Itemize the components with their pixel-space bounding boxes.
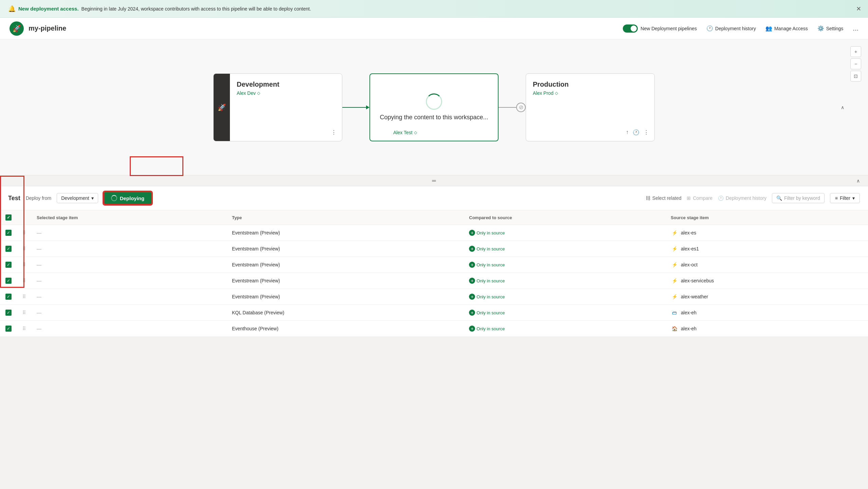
row-drag-handle[interactable]: ⠿ xyxy=(17,257,31,273)
row-source-item: ⚡alex-es xyxy=(665,225,868,241)
source-item-name: alex-es1 xyxy=(681,246,699,251)
development-stage-workspace: Alex Dev ◇ xyxy=(237,90,335,96)
row-checkbox-cell[interactable]: ✓ xyxy=(0,257,17,273)
keyword-filter-input[interactable]: 🔍 Filter by keyword xyxy=(772,193,825,203)
zoom-in-button[interactable]: + xyxy=(850,46,861,57)
row-drag-handle[interactable]: ⠿ xyxy=(17,241,31,257)
row-checkbox[interactable]: ✓ xyxy=(5,326,12,332)
source-type-icon: 🗃 xyxy=(671,309,678,316)
th-source-stage-item: Source stage item xyxy=(665,210,868,225)
only-in-source-badge: +Only in source xyxy=(469,326,505,332)
th-drag xyxy=(17,210,31,225)
row-stage-item: — xyxy=(31,241,227,257)
deployment-history-link[interactable]: 🕐 Deployment history xyxy=(706,25,756,32)
new-deployment-toggle[interactable]: New Deployment pipelines xyxy=(623,24,697,33)
row-checkbox[interactable]: ✓ xyxy=(5,294,12,300)
deploying-button[interactable]: Deploying xyxy=(104,192,152,205)
collapse-button[interactable]: ∧ xyxy=(841,105,844,110)
table-row: ✓⠿—KQL Database (Preview)+Only in source… xyxy=(0,305,868,321)
production-stage-name: Production xyxy=(533,81,648,88)
row-checkbox[interactable]: ✓ xyxy=(5,278,12,284)
deployment-history-label: Deployment history xyxy=(726,195,766,201)
row-drag-handle[interactable]: ⠿ xyxy=(17,225,31,241)
source-item-name: alex-eh xyxy=(681,326,697,331)
production-deploy-button[interactable]: ↑ xyxy=(626,129,629,136)
filter-icon: ≡ xyxy=(835,195,838,201)
row-stage-item: — xyxy=(31,305,227,321)
compared-text: Only in source xyxy=(476,246,505,251)
select-all-checkbox[interactable]: ✓ xyxy=(5,214,12,221)
compared-text: Only in source xyxy=(476,294,505,299)
panel-collapse-button[interactable]: ∧ xyxy=(856,178,860,184)
deploy-from-label: Deploy from xyxy=(26,195,51,201)
table-row: ✓⠿—Eventstream (Preview)+Only in source⚡… xyxy=(0,241,868,257)
plus-icon: + xyxy=(469,262,475,268)
stage-item-dash: — xyxy=(37,310,41,315)
row-checkbox-cell[interactable]: ✓ xyxy=(0,289,17,305)
collapse-bar[interactable]: ═ ∧ xyxy=(0,175,868,186)
compare-button[interactable]: ⊞ Compare xyxy=(687,195,712,201)
production-stage-content: Production Alex Prod ◇ xyxy=(526,74,654,103)
row-drag-handle[interactable]: ⠿ xyxy=(17,305,31,321)
row-checkbox[interactable]: ✓ xyxy=(5,230,12,236)
zoom-out-button[interactable]: − xyxy=(850,58,861,69)
select-all-header[interactable]: ✓ xyxy=(0,210,17,225)
plus-icon: + xyxy=(469,310,475,316)
deploy-from-select[interactable]: Development ▾ xyxy=(57,193,98,203)
compared-text: Only in source xyxy=(476,310,505,315)
select-related-button[interactable]: ⛓ Select related xyxy=(646,195,682,201)
row-checkbox[interactable]: ✓ xyxy=(5,262,12,268)
settings-link[interactable]: ⚙️ Settings xyxy=(817,25,844,32)
plus-icon: + xyxy=(469,230,475,236)
manage-access-label: Manage Access xyxy=(774,26,808,31)
pipeline-canvas: 🚀 Development Alex Dev ◇ ⋮ xyxy=(0,39,868,175)
table-header: ✓ Selected stage item Type Compared to s… xyxy=(0,210,868,225)
row-compared: +Only in source xyxy=(464,241,665,257)
deployment-history-icon: 🕐 xyxy=(718,195,724,201)
source-item-name: alex-weather xyxy=(681,294,708,299)
row-drag-handle[interactable]: ⠿ xyxy=(17,321,31,337)
table-section-title: Test xyxy=(8,195,20,202)
row-source-item: 🏠alex-eh xyxy=(665,321,868,337)
stage-item-dash: — xyxy=(37,246,41,251)
plus-icon: + xyxy=(469,294,475,300)
production-stage-actions: ↑ 🕐 ⋮ xyxy=(626,129,649,136)
row-checkbox-cell[interactable]: ✓ xyxy=(0,321,17,337)
fit-button[interactable]: ⊡ xyxy=(850,71,861,82)
row-checkbox-cell[interactable]: ✓ xyxy=(0,225,17,241)
row-checkbox-cell[interactable]: ✓ xyxy=(0,273,17,289)
plus-icon: + xyxy=(469,278,475,284)
production-more-button[interactable]: ⋮ xyxy=(644,129,649,136)
row-compared: +Only in source xyxy=(464,257,665,273)
toggle-track[interactable] xyxy=(623,24,638,33)
arrow-dev-test xyxy=(342,105,369,109)
test-stage-card: Copying the content to this workspace...… xyxy=(369,73,499,141)
deployment-table-section: Test Deploy from Development ▾ Deploying… xyxy=(0,186,868,337)
filter-button[interactable]: ≡ Filter ▾ xyxy=(830,193,860,203)
row-drag-handle[interactable]: ⠿ xyxy=(17,289,31,305)
select-related-icon: ⛓ xyxy=(646,195,650,201)
banner-title: New deployment access. xyxy=(18,6,79,12)
row-checkbox-cell[interactable]: ✓ xyxy=(0,305,17,321)
manage-access-link[interactable]: 👥 Manage Access xyxy=(765,25,808,32)
production-history-button[interactable]: 🕐 xyxy=(633,129,639,136)
table-row: ✓⠿—Eventstream (Preview)+Only in source⚡… xyxy=(0,225,868,241)
development-stage-name: Development xyxy=(237,81,335,88)
row-checkbox[interactable]: ✓ xyxy=(5,310,12,316)
source-item-name: alex-servicebus xyxy=(681,278,714,283)
arrow-line-2 xyxy=(499,107,516,108)
row-drag-handle[interactable]: ⠿ xyxy=(17,273,31,289)
deploying-spinner xyxy=(426,93,442,110)
close-banner-button[interactable]: ✕ xyxy=(856,5,861,13)
row-checkbox-cell[interactable]: ✓ xyxy=(0,241,17,257)
toggle-thumb xyxy=(631,25,637,32)
compared-text: Only in source xyxy=(476,230,505,235)
plus-icon: + xyxy=(469,326,475,332)
row-checkbox[interactable]: ✓ xyxy=(5,246,12,252)
deployment-history-button[interactable]: 🕐 Deployment history xyxy=(718,195,766,201)
production-stage-card: Production Alex Prod ◇ ↑ 🕐 ⋮ xyxy=(526,73,655,141)
stage-item-dash: — xyxy=(37,326,41,331)
development-more-button[interactable]: ⋮ xyxy=(331,129,337,136)
main-content: 🚀 Development Alex Dev ◇ ⋮ xyxy=(0,39,868,337)
more-options-button[interactable]: ... xyxy=(853,24,858,32)
